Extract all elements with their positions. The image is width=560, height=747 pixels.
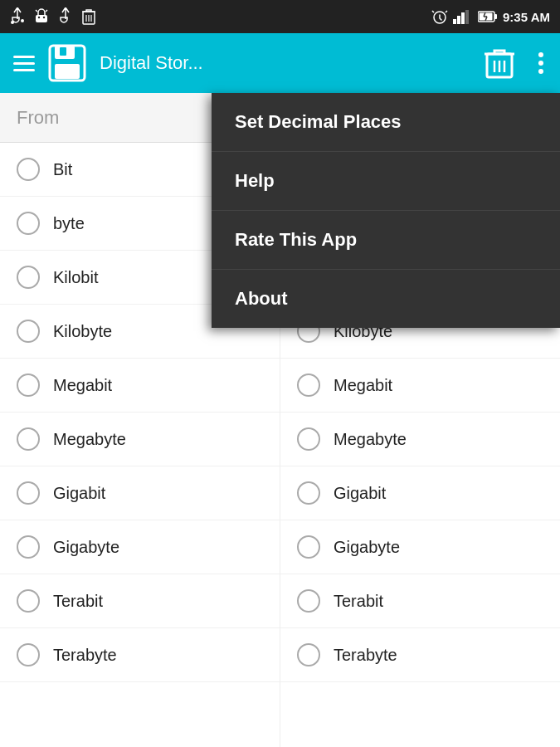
app-bar-title: Digital Stor... <box>100 52 470 74</box>
list-item[interactable]: Megabit <box>0 359 280 413</box>
megabit-label-from: Megabit <box>53 376 112 395</box>
megabyte-label-from: Megabyte <box>53 430 126 449</box>
list-item[interactable]: Megabyte <box>280 413 560 466</box>
delete-button[interactable] <box>484 46 515 81</box>
list-item[interactable]: Gigabit <box>280 466 560 520</box>
about-button[interactable]: About <box>212 270 560 328</box>
rate-this-app-button[interactable]: Rate This App <box>212 211 560 270</box>
usb-icon <box>10 7 25 26</box>
app-bar: Digital Stor... <box>0 33 560 93</box>
radio-gigabyte-from[interactable] <box>17 535 40 559</box>
set-decimal-places-button[interactable]: Set Decimal Places <box>212 93 560 152</box>
svg-point-0 <box>11 21 14 24</box>
status-icons-left <box>10 7 96 26</box>
list-item[interactable]: Terabyte <box>0 628 280 682</box>
battery-icon <box>478 11 498 22</box>
radio-byte-from[interactable] <box>17 212 40 235</box>
svg-point-1 <box>21 19 24 22</box>
svg-rect-14 <box>461 12 465 24</box>
radio-gigabit-from[interactable] <box>17 481 40 505</box>
terabit-label-to: Terabit <box>334 592 383 611</box>
byte-label-from: byte <box>53 214 85 233</box>
terabyte-label-to: Terabyte <box>334 646 397 665</box>
radio-megabyte-to[interactable] <box>297 427 320 451</box>
list-item[interactable]: Gigabit <box>0 466 280 520</box>
radio-terabit-to[interactable] <box>297 589 320 613</box>
radio-kilobyte-from[interactable] <box>17 320 40 343</box>
hamburger-menu-button[interactable] <box>13 56 35 71</box>
terabit-label-from: Terabit <box>53 592 103 611</box>
dropdown-menu: Set Decimal Places Help Rate This App Ab… <box>212 93 560 328</box>
list-item[interactable]: Gigabyte <box>280 520 560 574</box>
radio-kilobit-from[interactable] <box>17 266 40 289</box>
svg-point-3 <box>38 17 40 18</box>
list-item[interactable]: Terabit <box>280 574 560 628</box>
bit-label-from: Bit <box>53 160 72 179</box>
gigabit-label-to: Gigabit <box>334 484 386 503</box>
list-item[interactable]: Megabit <box>280 359 560 413</box>
svg-rect-15 <box>465 10 469 24</box>
kilobyte-label-from: Kilobyte <box>53 322 112 341</box>
usb-icon-2 <box>58 7 73 26</box>
signal-icon <box>453 9 473 24</box>
radio-megabit-to[interactable] <box>297 374 320 397</box>
svg-rect-12 <box>453 19 456 24</box>
svg-rect-2 <box>36 15 47 22</box>
radio-terabyte-to[interactable] <box>297 643 320 666</box>
megabit-label-to: Megabit <box>334 376 392 395</box>
radio-megabyte-from[interactable] <box>17 427 40 451</box>
more-options-button[interactable] <box>535 49 547 77</box>
radio-gigabyte-to[interactable] <box>297 535 320 559</box>
svg-rect-13 <box>457 16 460 24</box>
svg-rect-17 <box>494 14 497 19</box>
list-item[interactable]: Terabit <box>0 574 280 628</box>
svg-rect-25 <box>60 47 66 56</box>
list-item[interactable]: Terabyte <box>280 628 560 682</box>
status-bar: 9:35 AM <box>0 0 560 33</box>
svg-line-5 <box>36 10 37 12</box>
gigabyte-label-to: Gigabyte <box>334 538 400 557</box>
radio-bit-from[interactable] <box>17 158 40 181</box>
list-item[interactable]: Gigabyte <box>0 520 280 574</box>
help-button[interactable]: Help <box>212 152 560 211</box>
svg-point-4 <box>43 17 45 18</box>
svg-rect-24 <box>55 64 80 79</box>
kilobit-label-from: Kilobit <box>53 268 98 287</box>
terabyte-label-from: Terabyte <box>53 646 117 665</box>
gigabit-label-from: Gigabit <box>53 484 105 503</box>
svg-line-6 <box>46 10 47 12</box>
radio-megabit-from[interactable] <box>17 374 40 397</box>
radio-terabit-from[interactable] <box>17 589 40 613</box>
radio-terabyte-from[interactable] <box>17 643 40 666</box>
radio-gigabit-to[interactable] <box>297 481 320 505</box>
alarm-icon <box>431 8 448 25</box>
android-icon <box>33 8 50 25</box>
megabyte-label-to: Megabyte <box>334 430 407 449</box>
gigabyte-label-from: Gigabyte <box>53 538 119 557</box>
trash-status-icon <box>81 7 96 26</box>
floppy-disk-icon <box>48 44 86 82</box>
status-time: 9:35 AM <box>503 10 550 24</box>
list-item[interactable]: Megabyte <box>0 413 280 466</box>
status-icons-right: 9:35 AM <box>431 8 550 25</box>
